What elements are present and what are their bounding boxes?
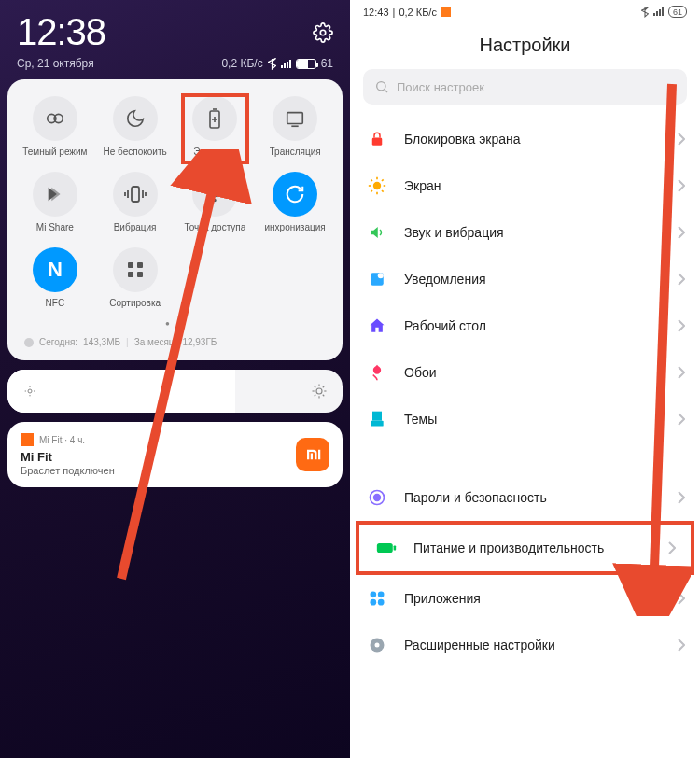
- svg-line-43: [371, 190, 372, 192]
- svg-rect-35: [372, 138, 383, 146]
- tile-sync[interactable]: инхронизация: [255, 166, 335, 238]
- settings-label: Экран: [404, 178, 678, 193]
- brightness-slider[interactable]: [7, 370, 343, 413]
- svg-rect-16: [137, 262, 143, 268]
- svg-point-19: [28, 389, 32, 393]
- svg-rect-9: [132, 187, 139, 202]
- search-input[interactable]: Поиск настроек: [363, 69, 687, 105]
- signal-icon: [281, 60, 291, 68]
- quick-settings-card: Темный режим Не беспокоить Экономия Тран…: [7, 79, 343, 360]
- settings-item-wallpaper[interactable]: Обои: [350, 349, 700, 396]
- notif-icon: [367, 269, 387, 289]
- chevron-right-icon: [668, 541, 676, 554]
- settings-item-themes[interactable]: Темы: [350, 396, 700, 442]
- vibration-icon: [124, 184, 147, 204]
- settings-label: Звук и вибрация: [404, 225, 678, 240]
- settings-label: Пароли и безопасность: [404, 490, 678, 505]
- tile-hotspot[interactable]: Точка доступа: [175, 166, 256, 238]
- additional-icon: [367, 635, 387, 655]
- gear-icon[interactable]: [313, 22, 333, 43]
- quick-settings-panel: 12:38 Ср, 21 октября 0,2 КБ/с 61 Темный …: [0, 0, 350, 758]
- svg-point-53: [371, 592, 377, 598]
- svg-point-58: [375, 643, 380, 648]
- grid-icon: [127, 261, 144, 278]
- svg-line-31: [315, 395, 316, 397]
- usage-dot-icon: [24, 338, 34, 347]
- settings-item-display[interactable]: Экран: [350, 162, 700, 209]
- apps-icon: [367, 588, 387, 609]
- app-indicator-icon: [21, 433, 34, 446]
- svg-rect-7: [287, 113, 303, 124]
- svg-rect-17: [128, 272, 133, 277]
- security-icon: [367, 487, 387, 508]
- tile-dnd[interactable]: Не беспокоить: [95, 91, 175, 162]
- moon-icon: [125, 108, 146, 129]
- tile-dark-mode[interactable]: Темный режим: [15, 91, 95, 162]
- svg-line-30: [323, 395, 325, 397]
- settings-label: Приложения: [404, 591, 678, 606]
- svg-point-56: [378, 599, 385, 606]
- settings-item-battery[interactable]: Питание и производительность: [356, 521, 694, 575]
- tile-battery-saver[interactable]: Экономия: [175, 91, 256, 162]
- themes-icon: [367, 409, 387, 429]
- settings-item-security[interactable]: Пароли и безопасность: [350, 474, 700, 521]
- battery-icon: [376, 538, 397, 558]
- date-display: Ср, 21 октября: [17, 57, 94, 70]
- status-icons: 0,2 КБ/с 61: [221, 57, 333, 70]
- settings-item-sound[interactable]: Звук и вибрация: [350, 209, 700, 256]
- settings-label: Обои: [404, 365, 678, 380]
- settings-item-lock[interactable]: Блокировка экрана: [350, 116, 700, 162]
- sync-icon: [285, 184, 305, 204]
- page-indicator: ● ●: [15, 314, 335, 331]
- settings-item-additional[interactable]: Расширенные настройки: [350, 622, 700, 668]
- svg-rect-51: [377, 543, 393, 553]
- bluetooth-icon: [641, 7, 649, 18]
- svg-line-44: [382, 179, 384, 181]
- svg-rect-47: [372, 412, 382, 421]
- chevron-right-icon: [678, 413, 685, 426]
- lock-icon: [367, 129, 387, 149]
- svg-point-46: [378, 273, 384, 278]
- tile-nfc[interactable]: N NFC: [15, 242, 95, 314]
- search-icon: [374, 79, 389, 94]
- sun-dim-icon: [22, 384, 37, 399]
- sound-icon: [367, 222, 387, 243]
- svg-rect-52: [394, 545, 397, 550]
- battery-icon: [296, 59, 316, 69]
- tile-edit[interactable]: Сортировка: [95, 242, 175, 314]
- clock-display: 12:38: [17, 11, 105, 53]
- chevron-right-icon: [678, 491, 685, 504]
- tile-cast[interactable]: Трансляция: [255, 91, 335, 162]
- svg-point-50: [374, 495, 381, 501]
- settings-label: Питание и производительность: [413, 540, 668, 555]
- data-usage-bar[interactable]: Сегодня: 143,3МБ | За месяц: 12,93ГБ: [15, 331, 335, 353]
- wallpaper-icon: [367, 362, 387, 383]
- svg-point-55: [371, 599, 377, 606]
- svg-point-14: [214, 200, 216, 202]
- chevron-right-icon: [678, 319, 685, 332]
- settings-label: Блокировка экрана: [404, 132, 678, 147]
- settings-item-home[interactable]: Рабочий стол: [350, 302, 700, 349]
- chevron-right-icon: [678, 133, 685, 146]
- svg-rect-15: [128, 262, 133, 268]
- chevron-right-icon: [678, 592, 685, 605]
- chevron-right-icon: [678, 226, 685, 239]
- svg-point-0: [320, 30, 326, 35]
- notification-card[interactable]: Mi Fit · 4 ч. Mi Fit Браслет подключен: [7, 422, 343, 487]
- app-indicator-icon: [441, 7, 451, 17]
- settings-label: Расширенные настройки: [404, 638, 678, 653]
- dark-mode-icon: [45, 108, 65, 129]
- svg-point-33: [377, 82, 385, 91]
- page-title: Настройки: [350, 23, 700, 69]
- chevron-right-icon: [678, 639, 685, 652]
- settings-item-apps[interactable]: Приложения: [350, 575, 700, 622]
- home-icon: [367, 316, 387, 336]
- settings-label: Уведомления: [404, 272, 678, 287]
- battery-plus-icon: [207, 107, 222, 130]
- svg-line-42: [382, 190, 384, 192]
- notification-title: Mi Fit: [21, 450, 296, 464]
- tile-mi-share[interactable]: Mi Share: [15, 166, 95, 238]
- settings-item-notif[interactable]: Уведомления: [350, 256, 700, 302]
- chevron-right-icon: [678, 273, 685, 286]
- tile-vibration[interactable]: Вибрация: [95, 166, 175, 238]
